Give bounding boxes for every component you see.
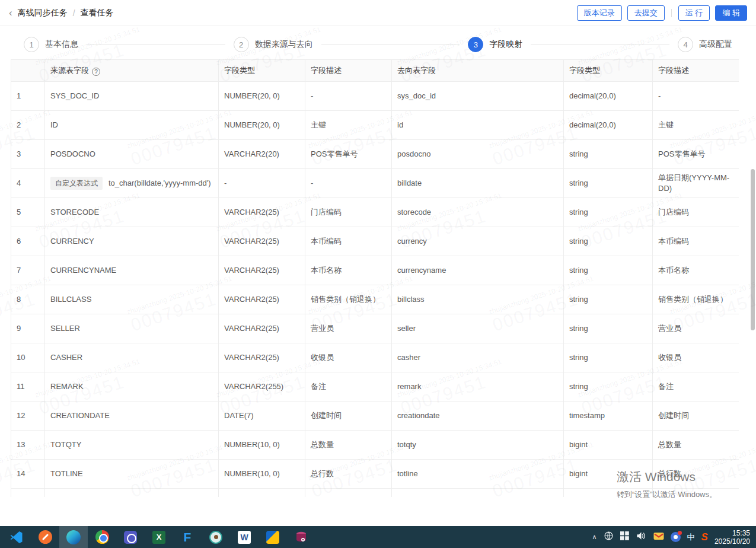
vscode-icon[interactable] [2,526,31,548]
source-type-cell: NUMBER(10, 0) [219,431,305,460]
foxmail-tray-icon[interactable] [653,531,664,543]
target-field-cell: currency [392,227,564,256]
row-index: 2 [11,111,45,140]
network-globe-icon[interactable] [604,531,614,543]
field-mapping-table: 来源表字段? 字段类型 字段描述 去向表字段 字段类型 字段描述 1SYS_DO… [11,59,739,497]
word-icon[interactable]: W [230,526,259,548]
source-type-cell: - [219,169,305,198]
toolbar-divider [671,9,672,17]
step-connector [531,44,669,45]
screen: ‹ 离线同步任务 / 查看任务 版本记录 去提交 运 行 编 辑 1 基本信息 … [0,0,756,548]
target-type-cell: timestamp [564,402,653,431]
go-submit-button[interactable]: 去提交 [627,5,665,21]
source-field-cell: CASHER [45,343,219,372]
source-desc-cell: 销售类别（销退换） [305,285,392,314]
step-connector [321,44,460,45]
source-field-value: TOTLINE [50,469,83,478]
source-field-cell: SELLER [45,314,219,343]
target-field-cell: casher [392,343,564,372]
clock-date: 2025/10/20 [714,537,750,546]
source-type-header: 字段类型 [219,60,305,82]
source-desc-cell: 本币编码 [305,227,392,256]
ime-indicator[interactable]: 中 [687,532,695,543]
run-button[interactable]: 运 行 [678,5,710,21]
source-desc-cell: 创建时间 [305,402,392,431]
target-desc-cell: - [653,82,739,111]
target-desc-cell: 门店编码 [653,198,739,227]
target-type-cell: decimal(20,0) [564,111,653,140]
step-advanced-config[interactable]: 4 高级配置 [678,37,732,52]
row-index: 8 [11,285,45,314]
source-field-value: SELLER [50,324,80,333]
breadcrumb-section[interactable]: 离线同步任务 [18,8,68,18]
help-icon[interactable]: ? [92,68,100,76]
source-field-value: SYS_DOC_ID [50,91,99,100]
hbuilder-icon[interactable]: F [173,526,202,548]
step-basic-info[interactable]: 1 基本信息 [24,37,78,52]
target-type-cell: string [564,314,653,343]
source-field-value: POSDOCNO [50,149,95,158]
target-field-cell: posdocno [392,140,564,169]
target-type-header: 字段类型 [564,60,653,82]
messenger-tray-icon[interactable] [671,532,681,542]
target-field-cell: remark [392,372,564,402]
source-type-cell: VARCHAR2(25) [219,227,305,256]
step-1-circle: 1 [24,37,39,52]
source-type-cell: NUMBER(10, 0) [219,460,305,489]
step-connector [87,44,225,45]
target-type-cell: decimal(20,0) [564,82,653,111]
system-tray: ∧ 中 S 15:35 2025/10/20 [592,529,756,546]
foxmail-icon[interactable] [259,526,287,548]
row-index: 6 [11,227,45,256]
sogou-input-icon[interactable]: S [701,531,708,543]
edge-icon[interactable] [59,526,88,548]
tray-expand-icon[interactable]: ∧ [592,533,597,541]
source-field-value: STORECODE [50,208,99,216]
row-index: 14 [11,460,45,489]
taskbar-apps: X F W [0,526,315,548]
edit-button[interactable]: 编 辑 [715,5,747,21]
back-icon[interactable]: ‹ [9,8,12,18]
source-type-cell: NUMBER(20, 0) [219,111,305,140]
target-desc-cell: 本币名称 [653,256,739,285]
postman-icon[interactable] [31,526,59,548]
target-desc-cell: 销售类别（销退换） [653,285,739,314]
chrome-icon[interactable] [88,526,116,548]
step-2-circle: 2 [234,37,249,52]
source-field-cell: REMARK [45,372,219,402]
source-desc-cell: 本币名称 [305,256,392,285]
source-type-cell: VARCHAR2(20) [219,140,305,169]
source-field-value: ID [50,120,58,129]
custom-expression-badge: 自定义表达式 [50,177,103,190]
target-field-cell: id [392,111,564,140]
target-field-cell: storecode [392,198,564,227]
target-type-cell: bigint [564,431,653,460]
step-1-label: 基本信息 [45,39,78,50]
table-row: 4自定义表达式to_char(billdate,'yyyy-mm-dd')--b… [11,169,739,198]
version-history-button[interactable]: 版本记录 [577,5,622,21]
database-app-icon[interactable] [287,526,315,548]
excel-icon[interactable]: X [145,526,173,548]
source-field-value: CURRENCY [50,237,94,246]
volume-icon[interactable] [636,531,647,543]
step-field-mapping[interactable]: 3 字段映射 [468,37,522,52]
target-desc-cell: 主键 [653,111,739,140]
target-field-cell: billdate [392,169,564,198]
source-desc-cell: 门店编码 [305,198,392,227]
step-wizard: 1 基本信息 2 数据来源与去向 3 字段映射 4 高级配置 [0,26,756,63]
dbeaver-icon[interactable] [202,526,230,548]
source-field-cell: 自定义表达式to_char(billdate,'yyyy-mm-dd') [45,169,219,198]
target-desc-cell [653,489,739,498]
table-row: 11REMARKVARCHAR2(255)备注remarkstring备注 [11,372,739,402]
circle-app-icon[interactable] [116,526,145,548]
row-index [11,489,45,498]
taskbar-clock[interactable]: 15:35 2025/10/20 [714,529,750,546]
step-source-target[interactable]: 2 数据来源与去向 [234,37,313,52]
source-field-cell: SYS_DOC_ID [45,82,219,111]
vertical-scrollbar[interactable] [751,169,755,330]
grid-icon[interactable] [620,531,629,543]
target-desc-cell: 收银员 [653,343,739,372]
step-3-circle: 3 [468,37,483,52]
source-desc-cell: 主键 [305,111,392,140]
table-row: 7CURRENCYNAMEVARCHAR2(25)本币名称currencynam… [11,256,739,285]
